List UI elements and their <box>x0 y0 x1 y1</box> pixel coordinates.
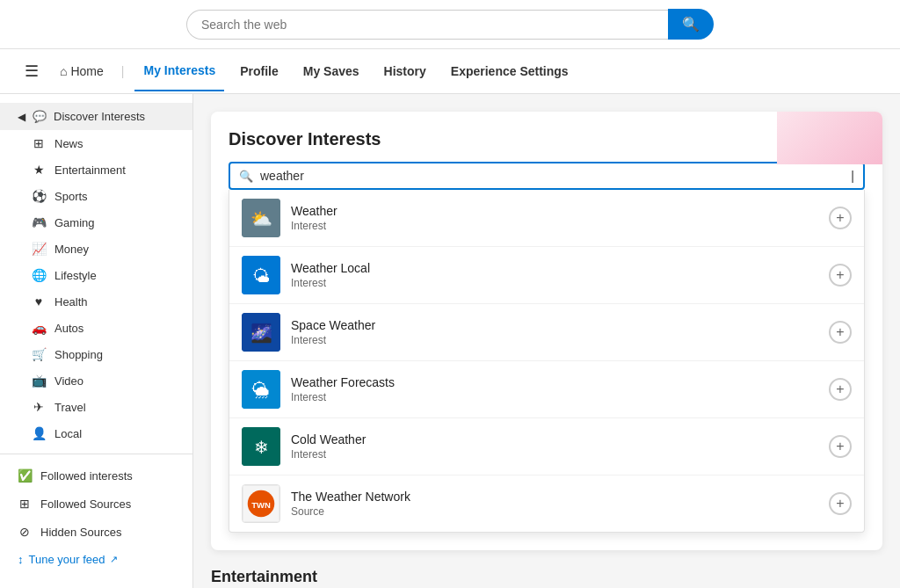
sidebar-item-label: Entertainment <box>54 163 126 177</box>
profile-link[interactable]: Profile <box>231 52 287 91</box>
sidebar-item-label: Money <box>54 243 89 256</box>
svg-text:⛅: ⛅ <box>250 208 272 229</box>
interest-info: Weather Local Interest <box>291 261 829 289</box>
interest-info: Cold Weather Interest <box>291 432 829 461</box>
sidebar-item-shopping[interactable]: 🛒 Shopping <box>0 341 192 367</box>
external-link-icon: ↗ <box>110 554 118 565</box>
interest-dropdown: ⛅ Weather Interest + 🌤 Weather Local Int… <box>229 190 865 533</box>
interest-item-weather-forecasts[interactable]: 🌦 Weather Forecasts Interest + <box>229 361 864 418</box>
sidebar-item-news[interactable]: ⊞ News <box>0 130 192 156</box>
sports-icon: ⚽ <box>32 189 46 203</box>
discover-search-box: 🔍 | <box>229 162 865 190</box>
interest-thumb: 🌦 <box>242 370 280 409</box>
sidebar-item-label: Health <box>54 295 88 309</box>
content-area: Discover Interests 🔍 | ⛅ Weather Interes… <box>193 94 900 588</box>
experience-settings-link[interactable]: Experience Settings <box>442 52 577 91</box>
sidebar-items: ⊞ News★ Entertainment⚽ Sports🎮 Gaming📈 M… <box>0 130 192 446</box>
autos-icon: 🚗 <box>32 321 46 335</box>
add-interest-button[interactable]: + <box>829 492 852 515</box>
home-label: Home <box>70 64 103 78</box>
hidden-icon: ⊘ <box>18 525 32 539</box>
home-link[interactable]: ⌂ Home <box>53 52 111 91</box>
sidebar-item-gaming[interactable]: 🎮 Gaming <box>0 209 192 236</box>
sidebar-item-label: Local <box>54 427 82 440</box>
followed-interests-label: Followed interests <box>40 469 133 483</box>
interest-type: Source <box>291 505 829 518</box>
hamburger-button[interactable]: ☰ <box>18 49 46 93</box>
interest-item-space-weather[interactable]: 🌌 Space Weather Interest + <box>229 304 864 361</box>
interest-name: Space Weather <box>291 318 829 332</box>
main-layout: ◀ 💬 Discover Interests ⊞ News★ Entertain… <box>0 94 900 588</box>
interest-name: Weather Local <box>291 261 829 275</box>
svg-text:❄: ❄ <box>254 438 269 457</box>
history-link[interactable]: History <box>375 52 435 91</box>
sidebar-item-entertainment[interactable]: ★ Entertainment <box>0 156 192 183</box>
my-saves-link[interactable]: My Saves <box>294 52 368 91</box>
local-icon: 👤 <box>32 426 46 440</box>
interest-item-cold-weather[interactable]: ❄ Cold Weather Interest + <box>229 418 864 475</box>
sidebar-item-label: Gaming <box>54 216 95 229</box>
add-interest-button[interactable]: + <box>829 435 852 458</box>
sidebar-item-health[interactable]: ♥ Health <box>0 288 192 315</box>
sidebar-item-local[interactable]: 👤 Local <box>0 420 192 446</box>
add-interest-button[interactable]: + <box>829 264 852 287</box>
entertainment-icon: ★ <box>32 163 46 177</box>
entertainment-title: Entertainment <box>211 568 882 586</box>
interest-item-the-weather-network[interactable]: TWN The Weather Network Source + <box>229 475 864 532</box>
sidebar-item-label: Autos <box>54 322 83 335</box>
nav-divider: | <box>118 52 128 91</box>
shopping-icon: 🛒 <box>32 347 46 361</box>
check-circle-icon: ✅ <box>18 468 32 483</box>
interest-info: Space Weather Interest <box>291 318 829 346</box>
sidebar-item-label: Travel <box>54 401 86 414</box>
sidebar-item-label: Lifestyle <box>54 269 97 282</box>
add-interest-button[interactable]: + <box>829 378 852 401</box>
interest-info: Weather Forecasts Interest <box>291 375 829 403</box>
money-icon: 📈 <box>32 242 46 256</box>
news-icon: ⊞ <box>32 136 46 150</box>
travel-icon: ✈ <box>32 400 46 414</box>
hidden-sources-item[interactable]: ⊘ Hidden Sources <box>0 518 192 546</box>
tune-feed-item[interactable]: ↕ Tune your feed ↗ <box>0 546 192 573</box>
search-container: 🔍 <box>186 9 714 40</box>
sidebar-item-label: News <box>54 137 83 150</box>
tune-icon: ↕ <box>18 553 24 566</box>
sidebar-item-autos[interactable]: 🚗 Autos <box>0 315 192 341</box>
interest-item-weather[interactable]: ⛅ Weather Interest + <box>229 190 864 247</box>
interest-item-weather-local[interactable]: 🌤 Weather Local Interest + <box>229 247 864 304</box>
entertainment-section: Entertainment 🌟 Celebrities + 🎬 Movies + <box>211 568 882 588</box>
search-icon: 🔍 <box>682 17 700 32</box>
followed-sources-item[interactable]: ⊞ Followed Sources <box>0 490 192 518</box>
hidden-sources-label: Hidden Sources <box>40 526 122 539</box>
svg-text:TWN: TWN <box>251 500 271 510</box>
interest-thumb: 🌤 <box>242 256 280 294</box>
interest-type: Interest <box>291 391 829 403</box>
search-button[interactable]: 🔍 <box>668 9 714 40</box>
grid-icon: ⊞ <box>18 497 32 511</box>
interest-info: Weather Interest <box>291 204 829 232</box>
sidebar-item-lifestyle[interactable]: 🌐 Lifestyle <box>0 262 192 288</box>
interest-thumb: ❄ <box>242 427 280 466</box>
sidebar-item-travel[interactable]: ✈ Travel <box>0 394 192 420</box>
sidebar-item-money[interactable]: 📈 Money <box>0 236 192 262</box>
interest-type: Interest <box>291 448 829 461</box>
sidebar-item-video[interactable]: 📺 Video <box>0 367 192 394</box>
svg-text:🌌: 🌌 <box>250 323 272 344</box>
discover-interests-label: Discover Interests <box>54 110 145 123</box>
search-input[interactable] <box>186 10 668 40</box>
sidebar-item-label: Video <box>54 374 83 388</box>
add-interest-button[interactable]: + <box>829 207 852 229</box>
interests-icon: 💬 <box>33 110 47 123</box>
add-interest-button[interactable]: + <box>829 321 852 344</box>
interest-type: Interest <box>291 220 829 232</box>
my-interests-link[interactable]: My Interests <box>134 51 224 91</box>
topbar: 🔍 <box>0 0 900 49</box>
sidebar-item-label: Shopping <box>54 348 103 361</box>
discover-search-input[interactable] <box>260 169 851 183</box>
sidebar-section-header[interactable]: ◀ 💬 Discover Interests <box>0 103 192 130</box>
sidebar-item-sports[interactable]: ⚽ Sports <box>0 183 192 209</box>
followed-interests-item[interactable]: ✅ Followed interests <box>0 461 192 490</box>
navbar: ☰ ⌂ Home | My Interests Profile My Saves… <box>0 49 900 94</box>
interest-name: Weather Forecasts <box>291 375 829 389</box>
interest-thumb: TWN <box>242 484 280 523</box>
